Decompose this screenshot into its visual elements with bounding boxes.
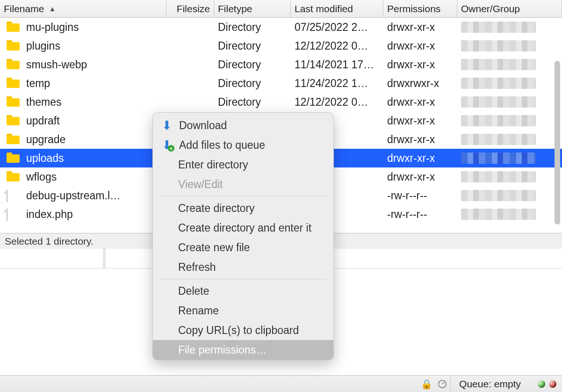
filename-text: plugins bbox=[26, 40, 60, 52]
redacted-owner-text bbox=[461, 152, 536, 164]
sort-ascending-icon: ▲ bbox=[49, 5, 56, 13]
column-header-owner-group[interactable]: Owner/Group bbox=[457, 0, 562, 17]
filename-text: debug-upstream.l… bbox=[26, 189, 121, 202]
ctx-delete[interactable]: Delete bbox=[153, 281, 333, 301]
cell-owner-group bbox=[457, 190, 562, 201]
ctx-rename[interactable]: Rename bbox=[153, 301, 333, 320]
ctx-refresh[interactable]: Refresh bbox=[153, 257, 333, 277]
speed-gauge-icon[interactable] bbox=[437, 379, 447, 389]
cell-owner-group bbox=[457, 152, 562, 164]
cell-filename[interactable]: uploads bbox=[0, 152, 166, 165]
column-header-filetype[interactable]: Filetype bbox=[214, 0, 291, 17]
cell-owner-group bbox=[457, 59, 562, 70]
cell-filename[interactable]: updraft bbox=[0, 115, 166, 127]
cell-owner-group bbox=[457, 171, 562, 182]
scrollbar-thumb[interactable] bbox=[555, 61, 560, 225]
cell-filetype: Directory bbox=[214, 77, 291, 90]
ctx-create-directory-label: Create directory bbox=[178, 202, 255, 215]
cell-owner-group bbox=[457, 96, 562, 108]
cell-filename[interactable]: mu-plugins bbox=[0, 21, 166, 34]
cell-filename[interactable]: wflogs bbox=[0, 171, 166, 183]
ctx-copy-url[interactable]: Copy URL(s) to clipboard bbox=[153, 320, 333, 340]
lock-icon[interactable]: 🔒 bbox=[421, 379, 432, 389]
ctx-create-directory-and-enter[interactable]: Create directory and enter it bbox=[153, 218, 333, 238]
ctx-create-new-file[interactable]: Create new file bbox=[153, 238, 333, 257]
column-header-filesize-label: Filesize bbox=[177, 3, 210, 15]
column-header-filesize[interactable]: Filesize bbox=[166, 0, 214, 17]
column-header-last-modified[interactable]: Last modified bbox=[291, 0, 383, 17]
table-row[interactable]: tempDirectory11/24/2022 1…drwxrwxr-x bbox=[0, 74, 562, 93]
add-to-queue-icon: ⬇ bbox=[161, 139, 173, 151]
filename-text: index.php bbox=[26, 208, 73, 221]
cell-permissions: drwxr-xr-x bbox=[383, 96, 457, 109]
redacted-owner-text bbox=[461, 190, 536, 201]
folder-icon bbox=[7, 96, 20, 108]
table-row[interactable]: smush-webpDirectory11/14/2021 17…drwxr-x… bbox=[0, 55, 562, 74]
ctx-create-directory[interactable]: Create directory bbox=[153, 198, 333, 218]
folder-icon bbox=[7, 171, 20, 182]
ctx-enter-directory[interactable]: Enter directory bbox=[153, 155, 333, 174]
ctx-download[interactable]: ⬇ Download bbox=[153, 116, 333, 135]
bottom-status-bar: 🔒 Queue: empty bbox=[0, 375, 562, 392]
cell-filename[interactable]: index.php bbox=[0, 208, 166, 221]
filename-text: wflogs bbox=[26, 171, 57, 183]
ctx-add-files-to-queue-label: Add files to queue bbox=[179, 139, 265, 152]
table-row[interactable]: pluginsDirectory12/12/2022 0…drwxr-xr-x bbox=[0, 36, 562, 55]
status-indicator-green bbox=[538, 380, 545, 388]
column-header-owner-group-label: Owner/Group bbox=[461, 3, 520, 15]
column-header-filename[interactable]: Filename ▲ bbox=[0, 0, 166, 17]
ctx-refresh-label: Refresh bbox=[178, 261, 216, 274]
folder-icon bbox=[7, 40, 20, 51]
ctx-add-files-to-queue[interactable]: ⬇ Add files to queue bbox=[153, 135, 333, 155]
context-menu: ⬇ Download ⬇ Add files to queue Enter di… bbox=[152, 112, 334, 360]
ctx-rename-label: Rename bbox=[178, 305, 219, 317]
folder-icon bbox=[7, 59, 20, 70]
ctx-delete-label: Delete bbox=[178, 285, 209, 298]
cell-owner-group bbox=[457, 40, 562, 51]
cell-last-modified: 11/14/2021 17… bbox=[291, 58, 383, 71]
scrollbar-track[interactable] bbox=[554, 19, 561, 232]
cell-filename[interactable]: plugins bbox=[0, 40, 166, 52]
ctx-file-permissions[interactable]: File permissions… bbox=[153, 340, 333, 360]
ctx-copy-url-label: Copy URL(s) to clipboard bbox=[178, 324, 299, 337]
cell-filename[interactable]: smush-webp bbox=[0, 58, 166, 71]
cell-owner-group bbox=[457, 22, 562, 33]
cell-filetype: Directory bbox=[214, 40, 291, 52]
cell-last-modified: 12/12/2022 0… bbox=[291, 96, 383, 109]
folder-icon bbox=[7, 152, 20, 164]
column-header-filetype-label: Filetype bbox=[218, 3, 252, 15]
ctx-separator-2 bbox=[159, 279, 327, 279]
cell-filename[interactable]: debug-upstream.l… bbox=[0, 189, 166, 202]
table-row[interactable]: themesDirectory12/12/2022 0…drwxr-xr-x bbox=[0, 93, 562, 111]
cell-permissions: drwxr-xr-x bbox=[383, 152, 457, 165]
status-indicator-red bbox=[549, 380, 556, 388]
filename-text: themes bbox=[26, 96, 61, 109]
ctx-view-edit: View/Edit bbox=[153, 174, 333, 194]
cell-owner-group bbox=[457, 78, 562, 89]
queue-status[interactable]: Queue: empty bbox=[450, 376, 529, 392]
table-row[interactable]: mu-pluginsDirectory07/25/2022 2…drwxr-xr… bbox=[0, 18, 562, 36]
cell-owner-group bbox=[457, 134, 562, 145]
redacted-owner-text bbox=[461, 134, 536, 145]
folder-icon bbox=[7, 115, 20, 126]
folder-icon bbox=[7, 134, 20, 145]
ctx-create-new-file-label: Create new file bbox=[178, 241, 250, 254]
redacted-owner-text bbox=[461, 171, 536, 182]
ctx-view-edit-label: View/Edit bbox=[178, 178, 223, 191]
ctx-separator-1 bbox=[159, 196, 327, 196]
cell-permissions: drwxr-xr-x bbox=[383, 133, 457, 146]
cell-filename[interactable]: themes bbox=[0, 96, 166, 109]
vertical-split-handle[interactable] bbox=[103, 249, 106, 268]
filename-text: temp bbox=[26, 77, 50, 90]
cell-permissions: drwxr-xr-x bbox=[383, 21, 457, 34]
cell-last-modified: 12/12/2022 0… bbox=[291, 40, 383, 52]
cell-filename[interactable]: temp bbox=[0, 77, 166, 90]
filename-text: smush-webp bbox=[26, 58, 87, 71]
cell-filename[interactable]: upgrade bbox=[0, 133, 166, 146]
ctx-enter-directory-label: Enter directory bbox=[178, 159, 248, 171]
column-header-permissions[interactable]: Permissions bbox=[383, 0, 457, 17]
cell-owner-group bbox=[457, 115, 562, 126]
selection-status-text: Selected 1 directory. bbox=[5, 236, 94, 247]
svg-line-1 bbox=[442, 382, 444, 384]
filename-text: uploads bbox=[26, 152, 64, 165]
